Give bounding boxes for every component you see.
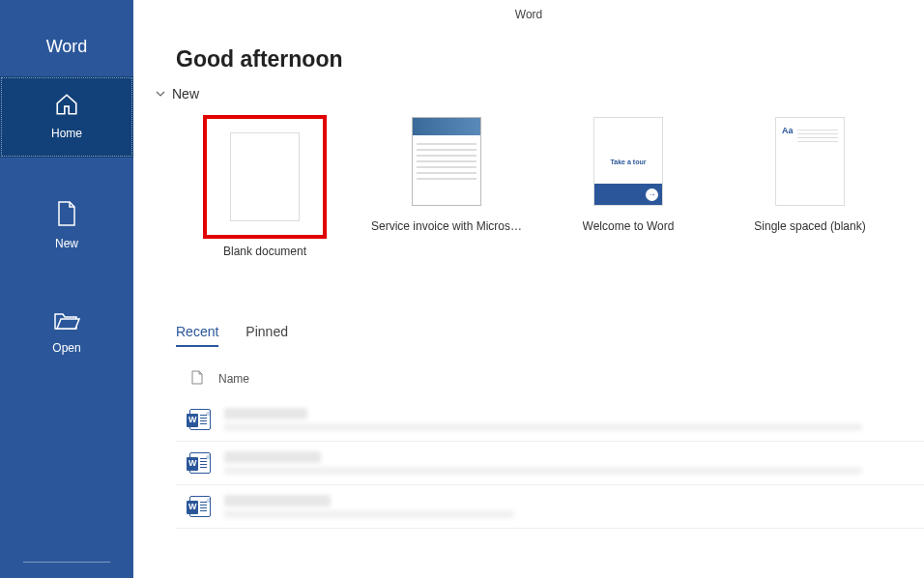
sidebar: Word Home New Open (0, 0, 133, 578)
sidebar-item-new[interactable]: New (0, 185, 133, 268)
template-single-spaced[interactable]: Aa Single spaced (blank) (742, 117, 878, 258)
chevron-down-icon (155, 89, 166, 99)
home-icon (54, 92, 79, 121)
titlebar-app-name: Word (515, 8, 542, 21)
template-thumbnail (412, 117, 481, 206)
tab-recent[interactable]: Recent (176, 324, 218, 347)
template-label: Blank document (223, 245, 306, 258)
word-document-icon (189, 496, 211, 517)
file-info-blurred (224, 451, 924, 475)
table-row[interactable] (176, 485, 924, 529)
template-label: Welcome to Word (583, 219, 675, 233)
folder-open-icon (53, 310, 80, 335)
template-thumbnail: Take a tour → (593, 117, 663, 206)
template-label: Single spaced (blank) (754, 219, 865, 233)
aa-glyph: Aa (782, 126, 794, 135)
sidebar-item-home[interactable]: Home (0, 76, 133, 158)
template-thumbnail (230, 132, 300, 221)
tour-text: Take a tour (611, 159, 647, 165)
new-doc-icon (56, 200, 77, 231)
sidebar-divider (23, 562, 110, 563)
greeting-heading: Good afternoon (176, 46, 924, 72)
sidebar-item-label: Open (52, 341, 80, 355)
document-icon (191, 370, 218, 388)
template-list: Blank document Service invoice with Micr… (197, 117, 924, 258)
recent-tabs: Recent Pinned (176, 324, 924, 347)
sidebar-item-label: Home (51, 127, 82, 140)
table-header: Name (176, 361, 924, 398)
arrow-right-icon: → (646, 188, 658, 201)
tab-pinned[interactable]: Pinned (245, 324, 288, 347)
titlebar: Word (133, 0, 924, 29)
template-service-invoice[interactable]: Service invoice with Micros… (379, 117, 514, 258)
template-blank-document[interactable]: Blank document (197, 117, 332, 258)
new-section-toggle[interactable]: New (155, 86, 924, 101)
new-section-label: New (172, 86, 199, 101)
template-label: Service invoice with Micros… (371, 219, 522, 233)
recent-files-table: Name (176, 361, 924, 529)
template-welcome[interactable]: Take a tour → Welcome to Word (561, 117, 696, 258)
column-name-header: Name (218, 372, 249, 386)
sidebar-app-title: Word (46, 37, 88, 57)
sidebar-item-label: New (55, 237, 78, 250)
word-document-icon (189, 409, 211, 430)
table-row[interactable] (176, 442, 924, 485)
template-thumbnail: Aa (775, 117, 845, 206)
sidebar-item-open[interactable]: Open (0, 295, 133, 372)
word-document-icon (189, 452, 211, 474)
main-content: Word Good afternoon New Blank document (133, 0, 924, 578)
table-row[interactable] (176, 398, 924, 442)
file-info-blurred (224, 408, 924, 431)
file-info-blurred (224, 495, 924, 518)
